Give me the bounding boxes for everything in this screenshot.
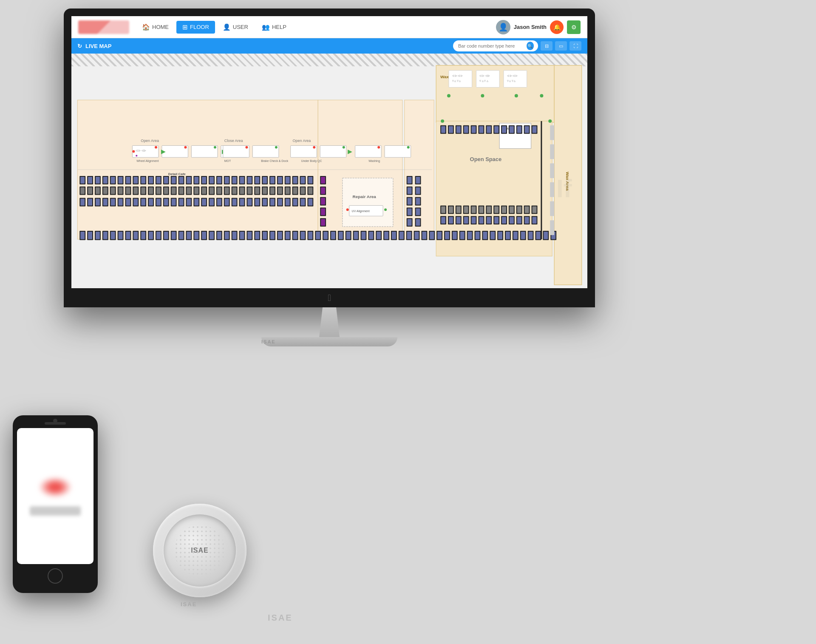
notification-button[interactable]: 🔔 [550,20,564,34]
svg-rect-496 [550,201,554,216]
svg-rect-159 [255,187,259,194]
map-canvas: Wax Area Wax Area Open Space IT Area [71,54,587,288]
grid-view-button[interactable]: ⊟ [541,41,552,51]
svg-rect-103 [278,177,282,184]
avatar: 👤 [496,20,510,34]
home-icon: 🏠 [142,23,150,31]
list-view-button[interactable]: ▭ [555,41,567,51]
fullscreen-button[interactable]: ⛶ [570,41,581,51]
svg-rect-449 [453,232,457,239]
svg-rect-105 [286,177,290,184]
settings-button[interactable]: ⚙ [567,20,581,34]
help-nav-button[interactable]: 👥 HELP [256,21,292,34]
svg-rect-371 [156,232,161,239]
svg-rect-175 [80,199,85,206]
iphone-home-button[interactable] [48,568,63,584]
svg-text:Wheel Alignment: Wheel Alignment [136,159,159,163]
svg-rect-281 [472,126,476,133]
svg-text:Under Body QC: Under Body QC [301,159,322,163]
svg-rect-141 [187,187,191,194]
svg-rect-389 [225,232,229,239]
svg-rect-179 [96,199,100,206]
svg-rect-91 [232,177,237,184]
svg-rect-283 [479,126,483,133]
barcode-search-input[interactable] [458,43,524,48]
svg-rect-381 [194,232,198,239]
user-icon: 👤 [223,23,231,31]
svg-rect-73 [164,177,168,184]
svg-rect-207 [202,199,206,206]
svg-rect-307 [472,206,476,213]
svg-rect-131 [149,187,153,194]
svg-rect-369 [149,232,153,239]
svg-rect-439 [415,232,419,239]
user-nav-button[interactable]: 👤 USER [217,21,254,34]
svg-rect-44 [355,145,382,157]
svg-rect-311 [487,206,491,213]
svg-rect-395 [247,232,252,239]
svg-rect-53 [88,177,92,184]
svg-rect-257 [408,198,412,205]
svg-rect-453 [468,232,472,239]
svg-rect-335 [479,217,483,224]
svg-rect-75 [172,177,176,184]
svg-rect-236 [343,178,393,227]
svg-rect-223 [263,199,267,206]
svg-rect-361 [119,232,123,239]
search-box[interactable]: 🔍 [453,40,538,51]
svg-text:◁ ▷ ◁ ▷: ◁ ▷ ◁ ▷ [452,74,463,77]
svg-text:Detail Cafe: Detail Cafe [168,172,186,176]
svg-rect-269 [416,208,420,215]
svg-point-489 [441,119,444,123]
svg-rect-331 [464,217,468,224]
svg-rect-261 [408,219,412,226]
svg-rect-317 [510,206,514,213]
svg-rect-333 [472,217,476,224]
floor-nav-button[interactable]: ⊞ FLOOR [176,21,215,34]
svg-rect-359 [111,232,115,239]
svg-rect-471 [536,232,540,239]
svg-rect-81 [194,177,198,184]
svg-rect-265 [416,187,420,194]
svg-rect-117 [96,187,100,194]
svg-rect-111 [308,177,312,184]
svg-rect-433 [392,232,396,239]
home-label: HOME [152,24,169,30]
svg-point-15 [155,146,157,148]
svg-rect-399 [263,232,267,239]
svg-rect-245 [321,187,325,194]
map-svg: Wax Area Wax Area Open Space IT Area [71,54,587,288]
svg-rect-461 [498,232,502,239]
apple-logo-icon:  [328,292,331,304]
svg-rect-465 [513,232,518,239]
svg-rect-195 [156,199,161,206]
svg-text:▶: ▶ [348,148,352,155]
svg-rect-219 [247,199,252,206]
home-nav-button[interactable]: 🏠 HOME [136,21,175,34]
svg-rect-391 [232,232,237,239]
svg-point-20 [184,146,187,148]
svg-rect-197 [164,199,168,206]
svg-rect-19 [162,145,188,157]
svg-rect-217 [240,199,244,206]
svg-rect-347 [525,217,529,224]
svg-point-487 [515,94,518,97]
search-icon[interactable]: 🔍 [527,42,534,50]
svg-rect-199 [172,199,176,206]
svg-rect-373 [164,232,168,239]
svg-point-240 [346,208,349,211]
svg-rect-89 [225,177,229,184]
svg-point-41 [313,146,315,148]
svg-rect-181 [103,199,108,206]
svg-rect-211 [217,199,221,206]
iphone-body [13,415,98,593]
svg-rect-291 [510,126,514,133]
svg-rect-38 [252,145,279,157]
svg-rect-415 [323,232,328,239]
svg-rect-267 [416,198,420,205]
svg-rect-423 [354,232,358,239]
svg-rect-445 [437,232,442,239]
svg-rect-279 [464,126,468,133]
svg-rect-191 [141,199,145,206]
svg-rect-377 [179,232,184,239]
